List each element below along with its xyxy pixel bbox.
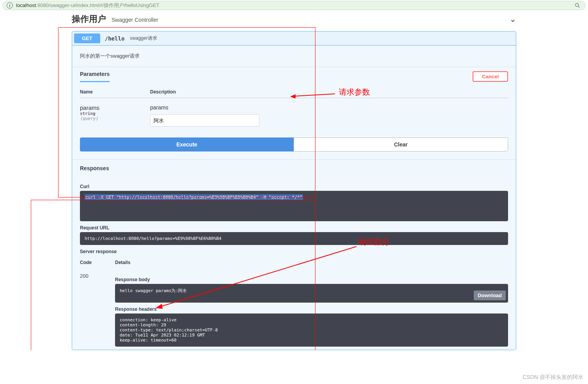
- param-in: (query): [80, 116, 150, 121]
- request-url-text: http://localhost:8080/hello?params=%E9%9…: [85, 236, 221, 241]
- operation-description: 阿水的第一个swagger请求: [72, 46, 516, 67]
- response-body-label: Response body: [115, 277, 508, 282]
- param-row: params string (query) params: [80, 98, 508, 137]
- operation-summary-text: swagger请求: [130, 35, 157, 42]
- curl-block[interactable]: curl -X GET "http://localhost:8080/hello…: [80, 191, 508, 221]
- details-header: Details: [115, 260, 130, 265]
- request-url-block[interactable]: http://localhost:8080/hello?params=%E9%9…: [80, 232, 508, 245]
- download-button[interactable]: Download: [474, 291, 506, 300]
- method-badge: GET: [74, 33, 100, 43]
- address-bar[interactable]: i localhost:8080/swagger-ui/index.html#/…: [2, 1, 586, 10]
- code-header: Code: [80, 260, 115, 265]
- responses-title: Responses: [72, 159, 516, 177]
- url-text: localhost:8080/swagger-ui/index.html#/操作…: [16, 2, 574, 9]
- svg-line-1: [578, 6, 579, 7]
- param-col-description: Description: [150, 89, 176, 95]
- zoom-icon[interactable]: [574, 2, 581, 9]
- param-description-text: params: [150, 104, 259, 111]
- param-input[interactable]: [150, 114, 259, 127]
- parameters-title: Parameters: [80, 71, 110, 82]
- tag-header[interactable]: 操作用户 Swagger Controller ⌄: [72, 11, 516, 27]
- response-headers-text: connection: keep-alive content-length: 2…: [120, 317, 503, 343]
- param-name: params: [80, 104, 150, 111]
- tag-description: Swagger Controller: [112, 17, 158, 23]
- execute-button[interactable]: Execute: [80, 137, 294, 151]
- curl-label: Curl: [80, 184, 508, 189]
- svg-point-0: [576, 4, 579, 7]
- param-type: string: [80, 111, 150, 116]
- server-response-label: Server response: [80, 249, 508, 254]
- operation-path: /hello: [105, 35, 125, 42]
- response-body-text: hello swagger params为:阿水: [120, 288, 187, 293]
- response-headers-block[interactable]: connection: keep-alive content-length: 2…: [115, 314, 508, 347]
- chevron-down-icon: ⌄: [510, 14, 516, 24]
- operation-summary[interactable]: GET /hello swagger请求: [72, 32, 516, 46]
- tag-name: 操作用户: [72, 13, 106, 25]
- response-headers-label: Response headers: [115, 306, 508, 312]
- response-code: 200: [80, 273, 115, 347]
- info-icon: i: [7, 2, 13, 9]
- curl-command: curl -X GET "http://localhost:8080/hello…: [85, 194, 303, 200]
- clear-button[interactable]: Clear: [294, 137, 508, 151]
- request-url-label: Request URL: [80, 225, 508, 231]
- response-body-block[interactable]: hello swagger params为:阿水 Download: [115, 284, 508, 303]
- operation-block: GET /hello swagger请求 阿水的第一个swagger请求 Par…: [72, 31, 516, 350]
- param-col-name: Name: [80, 89, 150, 95]
- cancel-button[interactable]: Cancel: [473, 71, 508, 82]
